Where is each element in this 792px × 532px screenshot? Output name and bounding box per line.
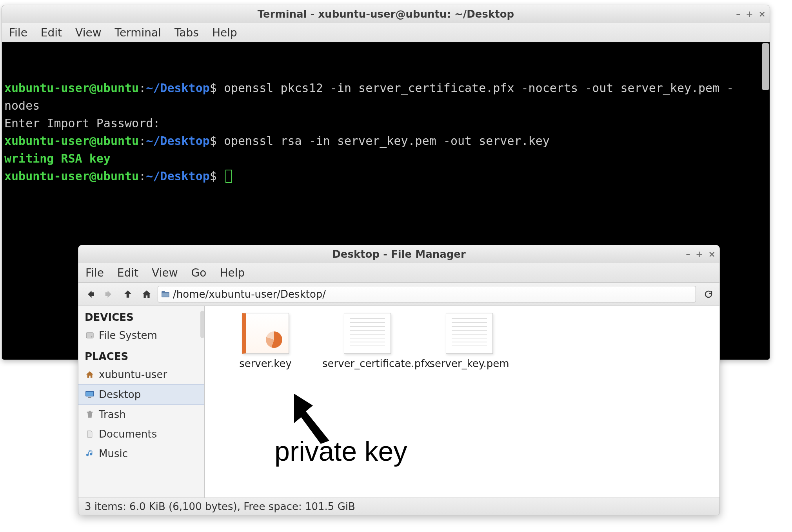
- prompt-path: ~/Desktop: [146, 134, 210, 148]
- menu-edit[interactable]: Edit: [117, 266, 138, 279]
- desktop-icon: [85, 389, 95, 400]
- sidebar-splitter[interactable]: [200, 311, 204, 338]
- icon-view: server.key server_certificate.pfx server…: [205, 306, 719, 376]
- status-text: 3 items: 6.0 KiB (6,100 bytes), Free spa…: [85, 501, 355, 512]
- arrow-left-icon: [85, 289, 96, 300]
- prompt-path: ~/Desktop: [146, 169, 210, 183]
- prompt-path: ~/Desktop: [146, 81, 210, 95]
- terminal-cmd-2: openssl rsa -in server_key.pem -out serv…: [224, 134, 550, 148]
- file-manager-window: Desktop - File Manager – + × File Edit V…: [78, 245, 720, 515]
- file-label: server.key: [220, 358, 311, 369]
- menu-terminal[interactable]: Terminal: [115, 26, 161, 39]
- menu-file[interactable]: File: [9, 26, 27, 39]
- prompt-colon: :: [139, 134, 146, 148]
- menu-edit[interactable]: Edit: [41, 26, 62, 39]
- prompt-colon: :: [139, 169, 146, 183]
- disk-icon: [85, 330, 95, 340]
- svg-rect-3: [86, 333, 93, 338]
- sidebar-item-label: Music: [99, 448, 128, 460]
- minimize-button[interactable]: –: [686, 250, 690, 259]
- arrow-right-icon: [104, 289, 114, 300]
- sidebar-item-home[interactable]: xubuntu-user: [78, 365, 204, 384]
- file-manager-menubar: File Edit View Go Help: [78, 263, 719, 282]
- file-manager-statusbar: 3 items: 6.0 KiB (6,100 bytes), Free spa…: [78, 498, 719, 515]
- file-label: server_certificate.pfx: [322, 358, 412, 369]
- file-thumb: [242, 313, 289, 354]
- file-manager-titlebar[interactable]: Desktop - File Manager – + ×: [78, 245, 719, 263]
- file-manager-sidebar: DEVICES File System PLACES xubuntu-user …: [78, 306, 205, 498]
- menu-go[interactable]: Go: [191, 266, 207, 279]
- sidebar-heading-places: PLACES: [78, 345, 204, 365]
- sidebar-item-label: File System: [99, 329, 157, 341]
- menu-help[interactable]: Help: [212, 26, 237, 39]
- terminal-titlebar[interactable]: Terminal - xubuntu-user@ubuntu: ~/Deskto…: [2, 5, 770, 23]
- sidebar-item-label: Documents: [99, 428, 157, 440]
- terminal-scrollbar[interactable]: [762, 43, 769, 90]
- terminal-cursor: [225, 170, 232, 183]
- maximize-button[interactable]: +: [746, 10, 753, 18]
- prompt-host: ubuntu: [96, 134, 139, 148]
- prompt-dollar: $: [210, 81, 217, 95]
- file-server-certificate-pfx[interactable]: server_certificate.pfx: [322, 313, 412, 369]
- sidebar-item-label: Trash: [99, 409, 126, 420]
- svg-rect-1: [162, 291, 165, 293]
- sidebar-item-music[interactable]: Music: [78, 444, 204, 463]
- svg-point-4: [91, 337, 93, 338]
- prompt-colon: :: [139, 81, 146, 95]
- prompt-user: xubuntu-user: [4, 134, 89, 148]
- file-server-key-pem[interactable]: server_key.pem: [424, 313, 514, 369]
- file-thumb: [446, 313, 493, 354]
- terminal-window-controls: – + ×: [736, 10, 766, 18]
- path-text: /home/xubuntu-user/Desktop/: [173, 288, 326, 300]
- file-manager-main: DEVICES File System PLACES xubuntu-user …: [78, 306, 719, 498]
- terminal-menubar: File Edit View Terminal Tabs Help: [2, 23, 770, 42]
- file-manager-content[interactable]: server.key server_certificate.pfx server…: [205, 306, 719, 498]
- minimize-button[interactable]: –: [736, 10, 740, 18]
- back-button[interactable]: [82, 286, 98, 302]
- terminal-title: Terminal - xubuntu-user@ubuntu: ~/Deskto…: [258, 8, 514, 20]
- file-manager-window-controls: – + ×: [686, 250, 716, 259]
- forward-button[interactable]: [101, 286, 117, 302]
- sidebar-heading-devices: DEVICES: [78, 306, 204, 326]
- terminal-output-1: Enter Import Password:: [4, 116, 160, 130]
- sidebar-item-documents[interactable]: Documents: [78, 424, 204, 444]
- close-button[interactable]: ×: [759, 10, 766, 18]
- folder-icon: [161, 291, 170, 298]
- home-button[interactable]: [139, 286, 154, 302]
- menu-help[interactable]: Help: [220, 266, 245, 279]
- sidebar-item-desktop[interactable]: Desktop: [78, 384, 204, 405]
- menu-view[interactable]: View: [75, 26, 101, 39]
- prompt-dollar: $: [210, 134, 217, 148]
- terminal-output-2: writing RSA key: [4, 152, 111, 165]
- prompt-user: xubuntu-user: [4, 81, 89, 95]
- prompt-host: ubuntu: [96, 81, 139, 95]
- prompt-host: ubuntu: [96, 169, 139, 183]
- sidebar-item-trash[interactable]: Trash: [78, 405, 204, 424]
- refresh-icon: [704, 290, 713, 299]
- prompt-at: @: [89, 169, 96, 183]
- svg-rect-2: [162, 293, 169, 297]
- sidebar-item-label: Desktop: [99, 389, 141, 400]
- home-icon: [85, 369, 95, 380]
- sidebar-item-label: xubuntu-user: [99, 369, 167, 380]
- file-label: server_key.pem: [424, 358, 514, 369]
- sidebar-item-file-system[interactable]: File System: [78, 326, 204, 345]
- svg-rect-7: [88, 397, 91, 398]
- path-bar[interactable]: /home/xubuntu-user/Desktop/: [158, 286, 696, 302]
- close-button[interactable]: ×: [708, 250, 716, 259]
- menu-file[interactable]: File: [85, 266, 104, 279]
- menu-tabs[interactable]: Tabs: [174, 26, 199, 39]
- file-manager-toolbar: /home/xubuntu-user/Desktop/: [78, 282, 719, 306]
- trash-icon: [85, 409, 95, 420]
- prompt-dollar: $: [210, 169, 217, 183]
- up-button[interactable]: [120, 286, 136, 302]
- maximize-button[interactable]: +: [696, 250, 703, 259]
- menu-view[interactable]: View: [152, 266, 178, 279]
- refresh-button[interactable]: [701, 287, 716, 301]
- prompt-user: xubuntu-user: [4, 169, 89, 183]
- document-icon: [85, 429, 95, 439]
- prompt-at: @: [89, 81, 96, 95]
- home-icon: [142, 289, 152, 299]
- svg-rect-6: [86, 392, 93, 396]
- file-server-key[interactable]: server.key: [220, 313, 311, 369]
